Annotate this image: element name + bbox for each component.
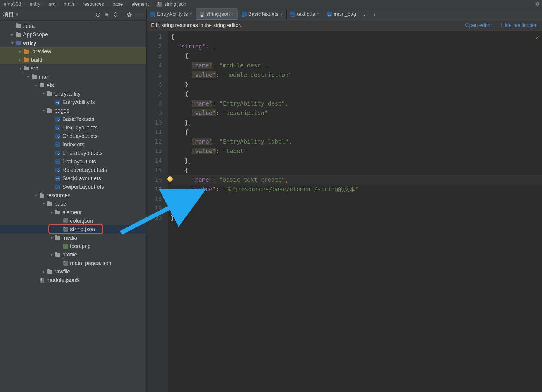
hide-notification-link[interactable]: Hide notification (501, 22, 538, 28)
tree-item-stacklayout-ets[interactable]: ·TSStackLayout.ets (0, 174, 146, 183)
crumb[interactable]: emo308 (2, 2, 22, 7)
code-line[interactable]: }, (171, 118, 542, 128)
crumb[interactable]: string.json (163, 2, 188, 7)
tree-item-listlayout-ets[interactable]: ·TSListLayout.ets (0, 157, 146, 166)
close-icon[interactable]: × (231, 12, 234, 17)
close-icon[interactable]: × (317, 12, 319, 17)
tree-item-main[interactable]: ▾main (0, 73, 146, 81)
collapse-all-icon[interactable]: ≡ (104, 10, 110, 18)
tab-entryability[interactable]: TSEntryAbility.ts× (147, 8, 196, 20)
chevron-right-icon[interactable]: ▸ (10, 32, 15, 37)
chevron-right-icon[interactable]: ▸ (41, 270, 47, 274)
code-line[interactable]: }, (171, 80, 542, 90)
code-line[interactable]: "name": "EntryAbility_desc", (171, 99, 542, 109)
tree-item-media[interactable]: ▾media (0, 234, 146, 242)
tree-item-src[interactable]: ▾src (0, 64, 146, 73)
project-tree[interactable]: ·.idea▸AppScope▾entry▸.preview▸build▾src… (0, 21, 146, 392)
tree-item-index-ets[interactable]: ·TSIndex.ets (0, 140, 146, 149)
code-line[interactable]: { (171, 89, 542, 99)
tree-item-base[interactable]: ▾base (0, 200, 146, 208)
tree-item-appscope[interactable]: ▸AppScope (0, 30, 146, 39)
tab-overflow[interactable]: TSmain_pag (323, 8, 360, 20)
chevron-down-icon[interactable]: ▾ (41, 202, 47, 206)
expand-all-icon[interactable]: ⇕ (112, 10, 119, 19)
tree-item-rawfile[interactable]: ▸rawfile (0, 267, 146, 276)
chevron-down-icon[interactable]: ▾ (25, 75, 31, 79)
gear-icon[interactable]: ✿ (126, 10, 133, 19)
tree-item-gridlayout-ets[interactable]: ·TSGridLayout.ets (0, 132, 146, 140)
tab-text-d-ts[interactable]: TStext.d.ts× (287, 8, 323, 20)
crumb[interactable]: main (63, 2, 76, 7)
tree-item-entryability[interactable]: ▾entryability (0, 90, 146, 98)
chevron-down-icon[interactable]: ▾ (49, 236, 54, 240)
tree-item-resources[interactable]: ▾resources (0, 191, 146, 200)
code-line[interactable]: "name": "basic_text_create", (171, 175, 542, 185)
tree-item-entry[interactable]: ▾entry (0, 39, 146, 47)
chevron-down-icon[interactable]: ▾ (41, 109, 47, 113)
tree-item-entryability-ts[interactable]: ·TSEntryAbility.ts (0, 98, 146, 106)
chevron-down-icon[interactable]: ▾ (49, 210, 54, 214)
target-icon[interactable]: ⊕ (94, 10, 102, 19)
code-editor[interactable]: 1234567891011121314151617181920 ✔ { "str… (147, 31, 542, 392)
code-line[interactable]: "name": "module_desc", (171, 61, 542, 70)
tree-item-pages[interactable]: ▾pages (0, 106, 146, 115)
crumb[interactable]: src (47, 2, 56, 7)
tabs-more-icon[interactable]: ⋮ (370, 8, 380, 20)
tree-item-element[interactable]: ▾element (0, 208, 146, 217)
tree-item-module-json5[interactable]: ·module.json5 (0, 276, 146, 284)
crumb[interactable]: base (111, 2, 124, 7)
chevron-right-icon[interactable]: ▸ (18, 49, 23, 54)
chevron-down-icon[interactable]: ▾ (33, 193, 39, 198)
code-line[interactable]: { (171, 165, 542, 175)
tree-item-build[interactable]: ▸build (0, 56, 146, 64)
gear-icon[interactable]: ⚙ (535, 1, 540, 7)
hide-icon[interactable]: — (135, 10, 143, 18)
chevron-down-icon[interactable]: ▾ (49, 253, 54, 257)
tab-string-json[interactable]: {}string.json× (196, 8, 238, 20)
crumb[interactable]: entry (28, 2, 42, 7)
code-line[interactable]: { (171, 51, 542, 61)
code-line[interactable]: "string": [ (171, 42, 542, 51)
chevron-right-icon[interactable]: ▸ (18, 58, 23, 62)
dropdown-icon[interactable]: ▾ (16, 11, 18, 18)
tree-item--idea[interactable]: ·.idea (0, 22, 146, 30)
chevron-down-icon[interactable]: ▾ (41, 92, 47, 96)
close-icon[interactable]: × (190, 12, 192, 17)
code-line[interactable]: }, (171, 156, 542, 166)
tree-item-main-pages-json[interactable]: ·main_pages.json (0, 259, 146, 267)
tree-item-linearlayout-ets[interactable]: ·TSLinearLayout.ets (0, 149, 146, 157)
chevron-down-icon[interactable]: ▾ (33, 83, 39, 87)
tree-item-relativelayout-ets[interactable]: ·TSRelativeLayout.ets (0, 166, 146, 174)
code-line[interactable]: "name": "EntryAbility_label", (171, 137, 542, 147)
code-line[interactable]: "value": "module description" (171, 70, 542, 80)
tree-item-icon-png[interactable]: ·icon.png (0, 242, 146, 250)
code-line[interactable]: "value": "label" (171, 146, 542, 156)
tree-item-profile[interactable]: ▾profile (0, 250, 146, 259)
tabs-dropdown-icon[interactable]: ⌄ (360, 8, 370, 20)
chevron-down-icon[interactable]: ▾ (10, 41, 15, 45)
tree-item-basictext-ets[interactable]: ·TSBasicText.ets (0, 115, 146, 123)
tab-basictext[interactable]: TSBasicText.ets× (238, 8, 287, 20)
code-line[interactable]: "value": "description" (171, 108, 542, 118)
crumb[interactable]: element (130, 2, 150, 7)
close-icon[interactable]: × (280, 12, 283, 17)
crumb[interactable]: resources (81, 2, 105, 7)
code-line[interactable]: ] (171, 204, 542, 213)
code-content[interactable]: ✔ { "string": [ { "name": "module_desc",… (168, 31, 542, 392)
tree-item-ets[interactable]: ▾ets (0, 81, 146, 90)
tree-item-flexlayout-ets[interactable]: ·TSFlexLayout.ets (0, 123, 146, 132)
code-line[interactable]: } (171, 213, 542, 223)
code-line[interactable]: { (171, 127, 542, 137)
ts-file-icon: TS (54, 125, 61, 130)
code-line[interactable]: { (171, 32, 542, 42)
tree-item-color-json[interactable]: ·color.json (0, 217, 146, 225)
code-line[interactable]: "value": "来自resources/base/element/strin… (171, 185, 542, 194)
tree-item--preview[interactable]: ▸.preview (0, 47, 146, 56)
code-line[interactable]: } (171, 194, 542, 204)
tree-label: SwiperLayout.ets (61, 184, 104, 190)
open-editor-link[interactable]: Open editor (465, 22, 492, 28)
tree-item-string-json[interactable]: ·string.json (0, 225, 146, 234)
bulb-icon[interactable] (167, 176, 173, 182)
tree-item-swiperlayout-ets[interactable]: ·TSSwiperLayout.ets (0, 183, 146, 191)
chevron-down-icon[interactable]: ▾ (18, 66, 23, 70)
